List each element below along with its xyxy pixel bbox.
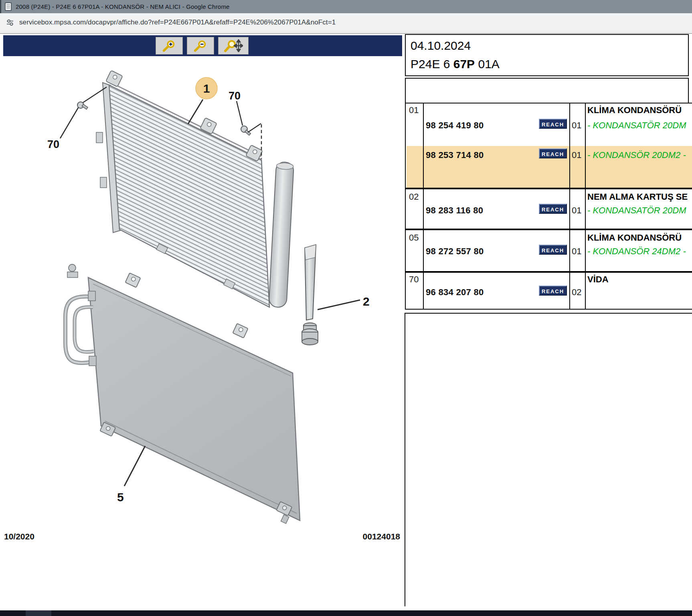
part-quantity: 01 bbox=[572, 150, 581, 160]
taskbar-accent bbox=[26, 610, 51, 616]
taskbar-edge bbox=[0, 610, 692, 616]
callout-5[interactable]: 5 bbox=[117, 446, 145, 504]
callout-2-label: 2 bbox=[363, 295, 370, 308]
part-reference: 98 283 116 80 bbox=[426, 205, 483, 216]
part-quantity: 01 bbox=[572, 205, 581, 216]
part-variant-note: - KONDANSATÖR 20DM bbox=[587, 205, 686, 216]
part-reference: 96 834 207 80 bbox=[426, 287, 484, 298]
condenser-upper bbox=[96, 71, 294, 308]
item-number: 02 bbox=[409, 192, 419, 202]
part-variant-note: - KONDANSÖR 20DM2 - bbox=[587, 150, 686, 160]
callout-1[interactable]: 1 bbox=[188, 77, 217, 124]
part-quantity: 02 bbox=[572, 287, 581, 298]
parts-table-block-70: 70 VİDA 96 834 207 80 REACH 02 bbox=[405, 272, 692, 310]
panel-date: 04.10.2024 bbox=[411, 36, 688, 55]
reach-badge[interactable]: REACH bbox=[539, 119, 567, 129]
part-title: VİDA bbox=[587, 274, 609, 285]
part-reference: 98 254 419 80 bbox=[426, 120, 484, 131]
part-quantity: 01 bbox=[572, 246, 581, 257]
screw-left bbox=[60, 87, 107, 138]
part-variant-note: - KONDANSATÖR 20DM bbox=[587, 120, 686, 131]
part-reference: 98 272 557 80 bbox=[426, 246, 484, 257]
parts-diagram: 1 70 70 2 5 bbox=[0, 0, 405, 610]
callout-70-top-label[interactable]: 70 bbox=[229, 90, 241, 102]
part-quantity: 01 bbox=[572, 120, 581, 131]
callout-5-label: 5 bbox=[117, 490, 124, 504]
part-variant-note: - KONDANSÖR 24DM2 - bbox=[587, 246, 686, 257]
part-title: KLİMA KONDANSÖRÜ bbox=[587, 105, 682, 116]
drier-tube bbox=[269, 162, 294, 308]
callout-2[interactable]: 2 bbox=[318, 295, 370, 310]
part-title: NEM ALMA KARTUŞ SE bbox=[587, 192, 688, 202]
item-number: 70 bbox=[409, 274, 419, 285]
callout-70-left-label[interactable]: 70 bbox=[47, 138, 59, 150]
reach-badge[interactable]: REACH bbox=[539, 245, 567, 255]
reach-badge[interactable]: REACH bbox=[539, 148, 567, 158]
diagram-plate-number: 00124018 bbox=[363, 532, 400, 541]
panel-reference-code: P24E 6 67P 01A bbox=[411, 55, 688, 73]
callout-1-label: 1 bbox=[203, 82, 210, 95]
item-number: 01 bbox=[409, 105, 419, 116]
reach-badge[interactable]: REACH bbox=[539, 286, 567, 296]
part-title: KLİMA KONDANSÖRÜ bbox=[587, 233, 682, 243]
parts-table-block-05: 05 KLİMA KONDANSÖRÜ 98 272 557 80 REACH … bbox=[405, 229, 692, 272]
reach-badge[interactable]: REACH bbox=[539, 204, 567, 214]
part-reference: 98 253 714 80 bbox=[426, 150, 484, 160]
parts-table-block-01: 01 KLİMA KONDANSÖRÜ 98 254 419 80 REACH … bbox=[405, 103, 692, 188]
panel-header-box: 04.10.2024 P24E 6 67P 01A bbox=[405, 34, 689, 76]
parts-table-block-02: 02 NEM ALMA KARTUŞ SE 98 283 116 80 REAC… bbox=[405, 188, 692, 229]
diagram-date: 10/2020 bbox=[4, 532, 34, 541]
panel-footer-box bbox=[405, 313, 692, 606]
item-number: 05 bbox=[409, 233, 419, 243]
desiccant-cartridge bbox=[302, 245, 318, 345]
panel-empty-box bbox=[405, 78, 689, 103]
